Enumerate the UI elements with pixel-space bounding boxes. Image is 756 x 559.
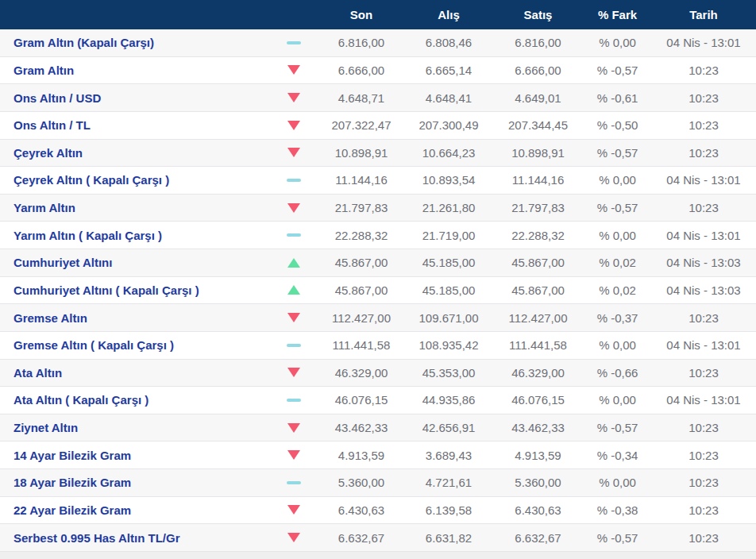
trend-down-icon [287, 203, 300, 213]
trend-down-icon [287, 450, 300, 460]
table-row[interactable]: Yarım Altın 21.797,83 21.261,80 21.797,8… [0, 195, 756, 222]
instrument-link[interactable]: Ata Altın [14, 366, 62, 380]
header-cell-alis: Alış [405, 8, 492, 21]
instrument-link[interactable]: 18 Ayar Bilezik Gram [14, 476, 131, 489]
instrument-link[interactable]: Ata Altın ( Kapalı Çarşı ) [14, 393, 148, 407]
table-row[interactable]: Gram Altın 6.666,00 6.665,14 6.666,00 % … [0, 57, 756, 85]
tarih-value: 10:23 [651, 118, 756, 132]
satis-value: 45.867,00 [492, 283, 584, 297]
trend-cell [270, 203, 318, 213]
satis-value: 6.816,00 [492, 36, 584, 49]
trend-down-icon [287, 65, 300, 75]
instrument-name-cell: Yarım Altın ( Kapalı Çarşı ) [0, 229, 270, 242]
table-row[interactable]: 18 Ayar Bilezik Gram 5.360,00 4.721,61 5… [0, 469, 756, 497]
alis-value: 4.721,61 [405, 476, 492, 489]
instrument-name-cell: Çeyrek Altın ( Kapalı Çarşı ) [0, 173, 270, 187]
trend-cell [270, 533, 318, 542]
instrument-name-cell: 22 Ayar Bilezik Gram [0, 503, 270, 517]
gold-prices-table: Son Alış Satış % Fark Tarih Gram Altın (… [0, 0, 756, 559]
instrument-name-cell: 18 Ayar Bilezik Gram [0, 476, 270, 489]
tarih-value: 04 Nis - 13:01 [651, 229, 756, 242]
trend-flat-icon [287, 41, 301, 44]
fark-value: % -0,57 [584, 531, 651, 545]
fark-value: % 0,00 [584, 229, 651, 242]
trend-down-icon [287, 505, 300, 515]
son-value: 43.462,33 [318, 421, 405, 434]
instrument-link[interactable]: Çeyrek Altın ( Kapalı Çarşı ) [14, 173, 169, 187]
instrument-link[interactable]: Gram Altın [14, 64, 74, 77]
alis-value: 10.664,23 [405, 146, 492, 160]
trend-cell [270, 399, 318, 402]
fark-value: % 0,00 [584, 36, 651, 49]
header-cell-tarih: Tarih [651, 8, 756, 21]
instrument-name-cell: Ata Altın [0, 366, 270, 380]
satis-value: 10.898,91 [492, 146, 584, 160]
table-row[interactable]: Ons Altın / TL 207.322,47 207.300,49 207… [0, 112, 756, 140]
alis-value: 6.665,14 [405, 64, 492, 77]
fark-value: % 0,02 [584, 256, 651, 269]
table-row[interactable]: 14 Ayar Bilezik Gram 4.913,59 3.689,43 4… [0, 441, 756, 469]
fark-value: % 0,00 [584, 393, 651, 407]
tarih-value: 10:23 [651, 366, 756, 380]
son-value: 46.329,00 [318, 366, 405, 380]
instrument-link[interactable]: Ons Altın / TL [14, 118, 91, 132]
trend-down-icon [287, 313, 300, 322]
instrument-link[interactable]: 22 Ayar Bilezik Gram [14, 503, 131, 517]
tarih-value: 04 Nis - 13:01 [651, 173, 756, 187]
tarih-value: 10:23 [651, 201, 756, 214]
fark-value: % -0,38 [584, 503, 651, 517]
trend-cell [270, 121, 318, 130]
table-row[interactable]: Çeyrek Altın 10.898,91 10.664,23 10.898,… [0, 140, 756, 168]
instrument-name-cell: Ziynet Altın [0, 421, 270, 434]
table-row[interactable]: Cumhuriyet Altını ( Kapalı Çarşı ) 45.86… [0, 277, 756, 305]
table-row[interactable]: Ata Altın 46.329,00 45.353,00 46.329,00 … [0, 360, 756, 387]
header-cell-son: Son [318, 8, 405, 21]
table-row[interactable]: Gremse Altın 112.427,00 109.671,00 112.4… [0, 304, 756, 332]
table-row[interactable]: Gram Altın (Kapalı Çarşı) 6.816,00 6.808… [0, 29, 756, 57]
table-row[interactable]: Gremse Altın ( Kapalı Çarşı ) 111.441,58… [0, 332, 756, 360]
instrument-link[interactable]: Gram Altın (Kapalı Çarşı) [14, 36, 154, 49]
table-row[interactable]: Ons Altın / USD 4.648,71 4.648,41 4.649,… [0, 84, 756, 112]
fark-value: % -0,34 [584, 449, 651, 462]
son-value: 6.666,00 [318, 64, 405, 77]
instrument-link[interactable]: 14 Ayar Bilezik Gram [14, 449, 131, 462]
tarih-value: 04 Nis - 13:01 [651, 338, 756, 352]
table-row[interactable]: Ziynet Altın 43.462,33 42.656,91 43.462,… [0, 414, 756, 442]
table-row[interactable]: Ata Altın ( Kapalı Çarşı ) 46.076,15 44.… [0, 387, 756, 414]
table-row[interactable]: Serbest 0.995 Has Altın TL/Gr 6.632,67 6… [0, 524, 756, 552]
tarih-value: 04 Nis - 13:01 [651, 36, 756, 49]
fark-value: % -0,57 [584, 146, 651, 160]
instrument-link[interactable]: Cumhuriyet Altını ( Kapalı Çarşı ) [14, 283, 199, 297]
trend-down-icon [287, 121, 300, 130]
trend-down-icon [287, 368, 300, 377]
alis-value: 21.719,00 [405, 229, 492, 242]
instrument-link[interactable]: Ons Altın / USD [14, 91, 101, 105]
trend-cell [270, 41, 318, 44]
trend-flat-icon [287, 481, 301, 484]
instrument-link[interactable]: Cumhuriyet Altını [14, 256, 112, 269]
alis-value: 10.893,54 [405, 173, 492, 187]
table-row[interactable]: Çeyrek Altın ( Kapalı Çarşı ) 11.144,16 … [0, 167, 756, 195]
alis-value: 108.935,42 [405, 338, 492, 352]
satis-value: 207.344,45 [492, 118, 584, 132]
instrument-name-cell: Gremse Altın [0, 311, 270, 325]
satis-value: 6.666,00 [492, 64, 584, 77]
table-header: Son Alış Satış % Fark Tarih [0, 0, 756, 29]
fark-value: % 0,00 [584, 338, 651, 352]
table-row[interactable]: 22 Ayar Bilezik Gram 6.430,63 6.139,58 6… [0, 497, 756, 525]
son-value: 207.322,47 [318, 118, 405, 132]
alis-value: 109.671,00 [405, 311, 492, 325]
trend-down-icon [287, 533, 300, 542]
instrument-link[interactable]: Yarım Altın [14, 201, 75, 214]
table-row[interactable]: Cumhuriyet Altını 45.867,00 45.185,00 45… [0, 249, 756, 277]
trend-flat-icon [287, 344, 301, 347]
table-row[interactable]: Yarım Altın ( Kapalı Çarşı ) 22.288,32 2… [0, 222, 756, 249]
instrument-link[interactable]: Serbest 0.995 Has Altın TL/Gr [14, 531, 180, 545]
instrument-link[interactable]: Çeyrek Altın [14, 146, 83, 160]
alis-value: 45.185,00 [405, 283, 492, 297]
instrument-link[interactable]: Gremse Altın [14, 311, 87, 325]
instrument-link[interactable]: Ziynet Altın [14, 421, 78, 434]
instrument-link[interactable]: Gremse Altın ( Kapalı Çarşı ) [14, 338, 174, 352]
instrument-link[interactable]: Yarım Altın ( Kapalı Çarşı ) [14, 229, 162, 242]
table-body: Gram Altın (Kapalı Çarşı) 6.816,00 6.808… [0, 29, 756, 552]
